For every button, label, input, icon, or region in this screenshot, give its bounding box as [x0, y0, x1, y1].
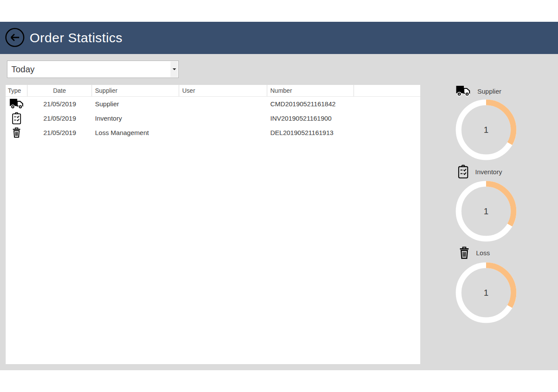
table-row[interactable]: 21/05/2019 Loss Management DEL2019052116… [6, 125, 420, 140]
cell-supplier: Loss Management [92, 129, 179, 136]
truck-icon [10, 98, 24, 110]
gauge-label: Loss [476, 249, 490, 257]
back-button[interactable] [5, 27, 25, 47]
clipboard-icon [12, 112, 21, 125]
gauge-label: Supplier [477, 88, 501, 95]
truck-icon [456, 85, 471, 97]
app-window: Order Statistics Today Type Date Supplie… [0, 22, 558, 370]
period-combobox-dropdown-button[interactable] [170, 61, 178, 77]
column-header-user[interactable]: User [179, 85, 267, 96]
orders-table: Type Date Supplier User Number [6, 85, 420, 364]
gauge-inventory: 1 [453, 179, 519, 244]
table-row[interactable]: 21/05/2019 Supplier CMD20190521161842 [6, 97, 420, 111]
titlebar: Order Statistics [0, 22, 558, 54]
trash-icon [459, 247, 470, 259]
gauge-value: 1 [483, 125, 488, 135]
gauge-header-inventory: Inventory [458, 165, 502, 179]
column-header-date[interactable]: Date [27, 85, 92, 96]
column-header-supplier[interactable]: Supplier [92, 85, 179, 96]
trash-icon [12, 127, 21, 138]
cell-number: DEL20190521161913 [267, 129, 354, 136]
column-header-filler [354, 85, 420, 96]
gauge-loss: 1 [453, 260, 519, 325]
gauge-header-loss: Loss [459, 247, 490, 259]
chevron-down-icon [173, 68, 176, 70]
cell-date: 21/05/2019 [27, 100, 92, 108]
column-header-type[interactable]: Type [6, 85, 27, 96]
table-header-row: Type Date Supplier User Number [6, 85, 420, 97]
gauge-header-supplier: Supplier [456, 85, 501, 97]
period-combobox-value: Today [11, 61, 34, 78]
page-title: Order Statistics [30, 22, 122, 54]
cell-number: INV20190521161900 [267, 115, 354, 122]
cell-number: CMD20190521161842 [267, 100, 354, 108]
cell-date: 21/05/2019 [27, 115, 92, 122]
gauge-label: Inventory [475, 168, 502, 176]
gauge-value: 1 [483, 288, 488, 297]
cell-date: 21/05/2019 [27, 129, 92, 136]
gauge-value: 1 [483, 206, 488, 216]
cell-supplier: Supplier [92, 100, 179, 108]
clipboard-icon [458, 165, 469, 179]
period-combobox[interactable]: Today [7, 61, 179, 78]
cell-supplier: Inventory [92, 115, 179, 122]
table-row[interactable]: 21/05/2019 Inventory INV20190521161900 [6, 111, 420, 125]
column-header-number[interactable]: Number [267, 85, 354, 96]
back-arrow-icon [5, 27, 25, 47]
gauge-supplier: 1 [453, 97, 519, 162]
